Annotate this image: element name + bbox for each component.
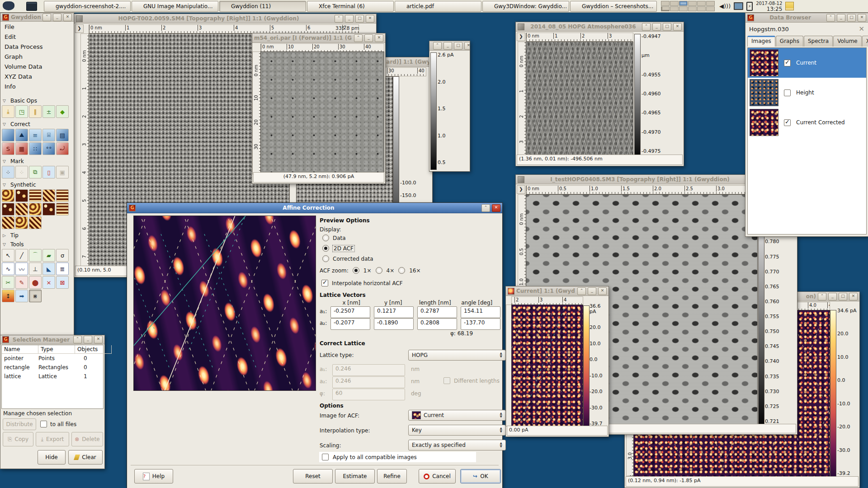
to-all-files-checkbox[interactable]: to all files [40,421,76,427]
reset-button[interactable]: Reset [293,469,333,483]
hidden-scale-titlebar[interactable]: ) ⌃ _ □ ✕ [429,41,470,51]
clock[interactable]: 2017-08-12 13:25 [756,1,782,12]
close-button[interactable]: ✕ [492,204,500,212]
icon-mark-outliers[interactable]: °° [42,142,55,155]
radio-display-corrected[interactable]: Corrected data [322,255,373,262]
hide-button[interactable]: Hide [38,450,66,465]
close-button[interactable]: ✕ [375,34,383,42]
minimize-button[interactable]: _ [84,336,92,343]
current-stm-image[interactable] [511,305,583,427]
icon-tool-mask-transfer[interactable]: ➡ [15,290,28,302]
cl-a2-field[interactable]: 0.246 [332,376,405,388]
radio-acf-zoom-4x[interactable] [376,267,382,274]
icon-calibrate[interactable]: ‖ [29,105,42,118]
tab[interactable]: Volume [833,36,862,47]
icon-color-gradient[interactable] [2,129,14,141]
cancel-button[interactable]: ● Cancel [419,469,456,483]
image-for-acf-combo[interactable]: Current ▲▼ [408,410,506,421]
taskbar-window-button[interactable]: Gwyddion – Screenshots... [570,1,657,12]
list-item-current-corrected[interactable]: Current Corrected [748,108,866,137]
chevron-right-icon[interactable]: ❯ [75,24,84,33]
data-browser-titlebar[interactable]: G Data Browser ⌃ _ □ ✕ [745,13,868,23]
interpolation-type-combo[interactable]: Key ▲▼ [408,425,506,436]
taskbar-window-button[interactable]: article.pdf [395,1,481,12]
maximize-button[interactable]: □ [355,15,364,23]
a1-value-field[interactable]: 154.11 [461,306,500,318]
icon-unrotate[interactable]: ⤾ [56,142,69,155]
minimize-button[interactable]: _ [828,293,837,300]
icon-tool-facet-analysis[interactable]: ◣ [42,263,55,275]
atmosphere-colorbar[interactable] [634,34,641,157]
close-button[interactable]: ✕ [366,15,374,23]
taskbar-window-button[interactable]: gwyddion-screenshot-2.... [44,1,131,12]
icon-tool-graph-fit[interactable]: ∿ [2,263,14,275]
icon-tool-lattice[interactable]: ⋇ [29,290,42,302]
icon-fix-zero[interactable]: ⤓ [2,105,14,118]
icon-path-level[interactable]: S [2,142,14,155]
close-button[interactable]: ✕ [94,336,103,343]
different-lengths-checkbox[interactable]: Different lengths [443,377,500,384]
icon-tool-distance[interactable]: ╱ [15,249,28,262]
icon-tool-grain-measure[interactable]: ⬤ [29,276,42,289]
copy-button[interactable]: ⎘Copy [3,432,33,446]
icon-synth-stripes[interactable] [29,216,42,229]
menu-item[interactable]: File [0,22,74,32]
xfce-menu-icon[interactable] [3,1,14,10]
a1-value-field[interactable]: -0.2507 [330,306,370,318]
clear-button[interactable]: Clear [68,450,103,465]
icon-tool-flatten[interactable]: ▰ [42,249,55,262]
radio-acf-zoom-16x[interactable] [398,267,405,274]
distribute-button[interactable]: Distribute [3,418,36,430]
a2-value-field[interactable]: -137.70 [461,318,500,330]
radio-acf-zoom-1x[interactable] [353,267,359,274]
corrected-colorbar[interactable] [830,310,836,477]
section-tip[interactable]: ▷Tip [0,230,74,239]
lattice-type-combo[interactable]: HOPG ▲▼ [408,350,506,361]
tab[interactable]: Images [747,36,775,47]
a1-value-field[interactable]: 0.1217 [374,306,414,318]
icon-align-rows[interactable]: ≡ [29,129,42,141]
scaling-combo[interactable]: Exactly as specified ▲▼ [408,440,506,450]
shade-button[interactable]: ⌃ [433,42,442,50]
minimize-button[interactable]: _ [345,15,354,23]
ok-button[interactable]: ↩ OK [460,469,501,483]
current-titlebar[interactable]: Current] 1:1 (Gwyd ⌃ _ ✕ [506,286,609,296]
icon-tool-color-range[interactable]: ↕ [2,290,14,302]
shade-button[interactable]: ⌃ [42,14,51,21]
tab[interactable]: Graphs [776,36,803,47]
battery-icon[interactable]: ⚡ [746,2,753,11]
acf-preview-image[interactable] [133,216,316,391]
taskbar-window-button[interactable]: Xfce Terminal (6) [307,1,394,12]
menu-item[interactable]: XYZ Data [0,71,74,81]
icon-tool-crop-mask[interactable]: ✂ [2,276,14,289]
dialog-titlebar[interactable]: G Affine Correction ⌃ ✕ [127,203,502,213]
icon-tool-statistics[interactable]: σ [56,249,69,262]
volume-icon[interactable]: ◀))) [719,3,731,9]
chevron-right-icon[interactable]: ❯ [517,185,525,194]
icon-synth-spectral[interactable] [2,189,14,202]
icon-tool-pointer[interactable]: ↖ [2,249,14,262]
icon-mask-rectangle[interactable]: ▯ [42,166,55,178]
network-monitor-icon[interactable] [734,2,743,10]
m54-stm-image[interactable] [260,52,384,174]
minimize-button[interactable]: _ [364,34,373,42]
close-button[interactable]: ✕ [63,14,72,21]
minimize-button[interactable]: _ [53,14,61,21]
icon-tool-profile[interactable]: ⌒ [29,249,42,262]
minimize-button[interactable]: _ [652,23,661,31]
icon-mark-threshold[interactable]: ⁘ [15,166,28,178]
cl-phi-field[interactable]: 60 [332,389,405,400]
icon-line-correct[interactable]: ⌸ [42,129,55,141]
close-button[interactable]: ✕ [858,14,866,22]
notes-icon[interactable] [785,2,794,10]
icon-synth-domains[interactable] [2,203,14,216]
selection-row[interactable]: pointer Points 0 [2,354,103,363]
close-button[interactable]: ✕ [464,42,470,50]
menu-item[interactable]: Edit [0,32,74,42]
icon-synth-bumps[interactable] [15,216,28,229]
visibility-checkbox[interactable] [784,119,791,126]
close-button[interactable]: ✕ [673,23,682,31]
a2-value-field[interactable]: -0.1890 [374,318,414,330]
shade-button[interactable]: ⌃ [354,34,363,42]
icon-synth-fractal[interactable] [42,203,55,216]
